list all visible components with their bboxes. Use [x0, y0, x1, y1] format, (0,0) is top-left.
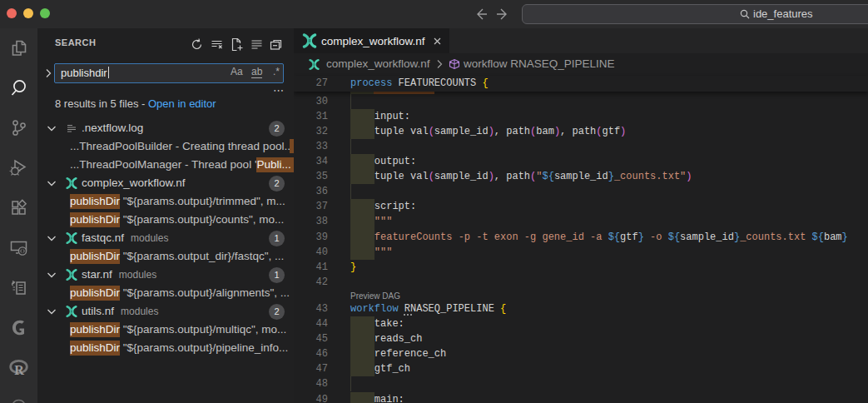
svg-text:R: R — [14, 363, 24, 377]
